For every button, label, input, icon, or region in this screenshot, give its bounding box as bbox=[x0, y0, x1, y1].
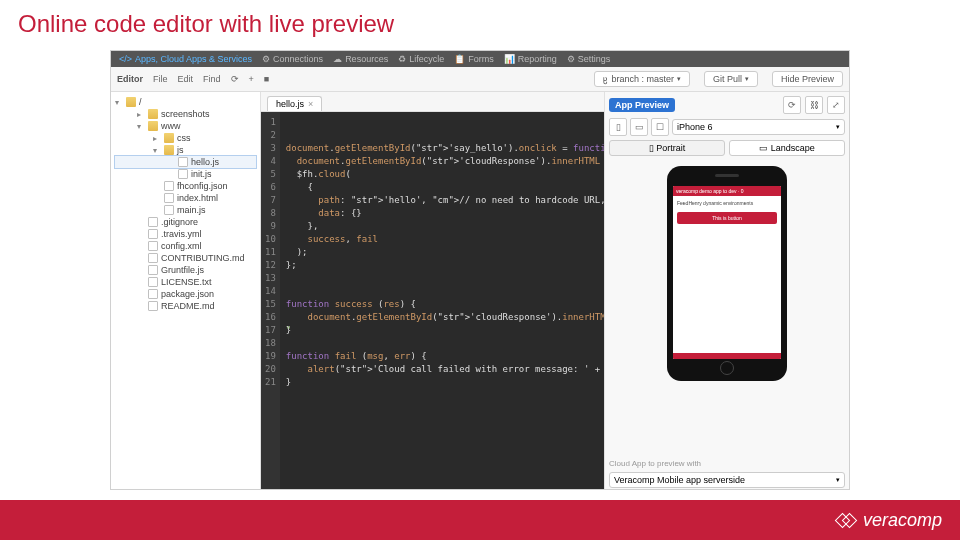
file-icon bbox=[148, 229, 158, 239]
toolbar-find[interactable]: Find bbox=[203, 74, 221, 84]
caret-icon: ▾ bbox=[677, 75, 681, 83]
file-icon bbox=[148, 301, 158, 311]
toolbar-editor-label: Editor bbox=[117, 74, 143, 84]
landscape-button[interactable]: ▭ Landscape bbox=[729, 140, 845, 156]
file-icon bbox=[148, 217, 158, 227]
tree-item-label: www bbox=[161, 121, 181, 131]
tree-item-label: index.html bbox=[177, 193, 218, 203]
close-icon[interactable]: × bbox=[308, 99, 313, 109]
tree-item-label: .gitignore bbox=[161, 217, 198, 227]
folder-icon bbox=[126, 97, 136, 107]
tree-item-label: Gruntfile.js bbox=[161, 265, 204, 275]
tree-item--gitignore[interactable]: .gitignore bbox=[115, 216, 256, 228]
top-nav: </> Apps, Cloud Apps & Services ⚙ Connec… bbox=[111, 51, 849, 67]
phone-frame: veracomp demo app to dev · 0 FeedHenry d… bbox=[667, 166, 787, 381]
nav-apps-label: Apps, Cloud Apps & Services bbox=[135, 54, 252, 64]
git-pull-button[interactable]: Git Pull ▾ bbox=[704, 71, 758, 87]
footer-logo: veracomp bbox=[837, 510, 942, 531]
code-lines[interactable]: document.getElementById("str">'say_hello… bbox=[280, 112, 604, 490]
phone-body-text: FeedHenry dynamic environments bbox=[677, 200, 777, 206]
code-editor[interactable]: 123456789101112131415161718192021 docume… bbox=[261, 112, 604, 490]
tree-item-label: fhconfig.json bbox=[177, 181, 228, 191]
tree-item-CONTRIBUTING-md[interactable]: CONTRIBUTING.md bbox=[115, 252, 256, 264]
tree-item-main-js[interactable]: main.js bbox=[115, 204, 256, 216]
link-icon[interactable]: ⛓ bbox=[805, 96, 823, 114]
tree-item-label: init.js bbox=[191, 169, 212, 179]
tree-item-Gruntfile-js[interactable]: Gruntfile.js bbox=[115, 264, 256, 276]
file-icon bbox=[148, 265, 158, 275]
footer-logo-text: veracomp bbox=[863, 510, 942, 531]
tree-item-label: LICENSE.txt bbox=[161, 277, 212, 287]
toolbar-edit[interactable]: Edit bbox=[178, 74, 194, 84]
tab-bar: hello.js× bbox=[261, 92, 604, 112]
folder-icon[interactable]: ■ bbox=[264, 74, 269, 84]
nav-apps[interactable]: </> Apps, Cloud Apps & Services bbox=[119, 54, 252, 64]
tree-item-config-xml[interactable]: config.xml bbox=[115, 240, 256, 252]
phone-demo-button[interactable]: This is button bbox=[677, 212, 777, 224]
expand-icon[interactable]: ⤢ bbox=[827, 96, 845, 114]
landscape-label: Landscape bbox=[771, 143, 815, 153]
phone-speaker bbox=[715, 174, 739, 177]
nav-settings[interactable]: ⚙ Settings bbox=[567, 54, 611, 64]
git-pull-label: Git Pull bbox=[713, 74, 742, 84]
twisty-icon: ▾ bbox=[137, 122, 145, 131]
tree-item-screenshots[interactable]: ▸screenshots bbox=[115, 108, 256, 120]
tree-item-js[interactable]: ▾js bbox=[115, 144, 256, 156]
nav-lifecycle[interactable]: ♻ Lifecycle bbox=[398, 54, 444, 64]
nav-reporting[interactable]: 📊 Reporting bbox=[504, 54, 557, 64]
caret-icon: ▾ bbox=[745, 75, 749, 83]
editor-column: hello.js× 123456789101112131415161718192… bbox=[261, 92, 604, 490]
footer-bar: veracomp bbox=[0, 500, 960, 540]
tree-item--travis-yml[interactable]: .travis.yml bbox=[115, 228, 256, 240]
app-preview-badge: App Preview bbox=[609, 98, 675, 112]
editor-toolbar: Editor File Edit Find ⟳ + ■ ჸ branch : m… bbox=[111, 67, 849, 92]
cloud-app-value: Veracomp Mobile app serverside bbox=[614, 475, 745, 485]
preview-column: App Preview ⟳ ⛓ ⤢ ▯ ▭ ☐ iPhone 6▾ ▯ Port… bbox=[604, 92, 849, 490]
file-icon bbox=[164, 181, 174, 191]
refresh-icon[interactable]: ⟳ bbox=[231, 74, 239, 84]
cloud-app-select[interactable]: Veracomp Mobile app serverside▾ bbox=[609, 472, 845, 488]
folder-icon bbox=[148, 109, 158, 119]
device-select[interactable]: iPhone 6▾ bbox=[672, 119, 845, 135]
device-tablet-icon[interactable]: ▭ bbox=[630, 118, 648, 136]
tree-item-package-json[interactable]: package.json bbox=[115, 288, 256, 300]
twisty-icon: ▾ bbox=[115, 98, 123, 107]
line-gutter: 123456789101112131415161718192021 bbox=[261, 112, 280, 490]
tree-item-README-md[interactable]: README.md bbox=[115, 300, 256, 312]
nav-forms-label: Forms bbox=[468, 54, 494, 64]
tree-item-label: main.js bbox=[177, 205, 206, 215]
nav-resources[interactable]: ☁ Resources bbox=[333, 54, 388, 64]
logo-mark-icon bbox=[837, 510, 857, 530]
device-phone-icon[interactable]: ▯ bbox=[609, 118, 627, 136]
add-icon[interactable]: + bbox=[249, 74, 254, 84]
tree-item-LICENSE-txt[interactable]: LICENSE.txt bbox=[115, 276, 256, 288]
nav-forms[interactable]: 📋 Forms bbox=[454, 54, 494, 64]
portrait-button[interactable]: ▯ Portrait bbox=[609, 140, 725, 156]
phone-screen[interactable]: veracomp demo app to dev · 0 FeedHenry d… bbox=[673, 186, 781, 359]
tree-item-label: package.json bbox=[161, 289, 214, 299]
tree-item-init-js[interactable]: init.js bbox=[115, 168, 256, 180]
tab-hello-js[interactable]: hello.js× bbox=[267, 96, 322, 111]
device-desktop-icon[interactable]: ☐ bbox=[651, 118, 669, 136]
slide-title: Online code editor with live preview bbox=[0, 0, 960, 44]
tree-item-fhconfig-json[interactable]: fhconfig.json bbox=[115, 180, 256, 192]
nav-resources-label: Resources bbox=[345, 54, 388, 64]
nav-connections[interactable]: ⚙ Connections bbox=[262, 54, 323, 64]
toolbar-file[interactable]: File bbox=[153, 74, 168, 84]
tree-item-hello-js[interactable]: hello.js bbox=[115, 156, 256, 168]
cloud-app-label: Cloud App to preview with bbox=[609, 459, 845, 468]
tree-item-label: CONTRIBUTING.md bbox=[161, 253, 245, 263]
phone-bottom-bar bbox=[673, 353, 781, 359]
tree-root[interactable]: ▾/ bbox=[115, 96, 256, 108]
portrait-label: Portrait bbox=[656, 143, 685, 153]
twisty-icon: ▸ bbox=[137, 110, 145, 119]
tree-item-index-html[interactable]: index.html bbox=[115, 192, 256, 204]
tree-item-label: README.md bbox=[161, 301, 215, 311]
file-icon bbox=[178, 157, 188, 167]
tree-item-www[interactable]: ▾www bbox=[115, 120, 256, 132]
refresh-preview-icon[interactable]: ⟳ bbox=[783, 96, 801, 114]
branch-button[interactable]: ჸ branch : master ▾ bbox=[594, 71, 690, 87]
tree-item-css[interactable]: ▸css bbox=[115, 132, 256, 144]
twisty-icon: ▾ bbox=[153, 146, 161, 155]
hide-preview-button[interactable]: Hide Preview bbox=[772, 71, 843, 87]
